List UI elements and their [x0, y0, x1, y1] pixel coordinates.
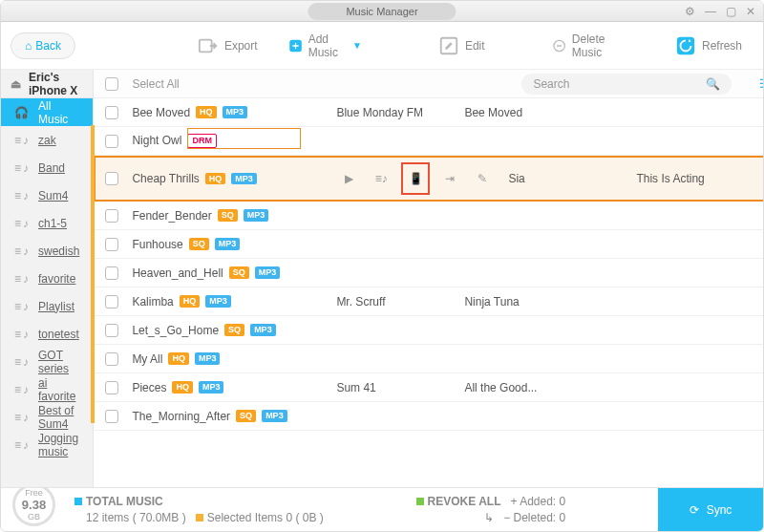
artist: Sia: [508, 172, 623, 185]
sync-button[interactable]: ⟳ Sync: [658, 488, 763, 532]
table-row[interactable]: The_Morning_After SQ MP302:32: [94, 402, 764, 431]
hq-badge: HQ: [168, 352, 189, 365]
sidebar-item-label: ai favorite: [38, 376, 79, 403]
sidebar-item-got-series[interactable]: ≡♪GOT series: [1, 348, 93, 375]
row-checkbox[interactable]: [105, 295, 118, 309]
scrollbar[interactable]: [91, 125, 95, 423]
table-row[interactable]: Pieces HQ MP3Sum 41All the Good...03:00: [94, 373, 764, 402]
row-actions: ▶≡♪📱⇥✎: [336, 162, 495, 195]
minimize-icon[interactable]: —: [705, 5, 716, 18]
song-title: Let_s_Go_Home: [132, 324, 219, 337]
list-view-icon[interactable]: ☰: [754, 75, 764, 93]
queue-icon[interactable]: ≡♪: [369, 166, 393, 191]
import-icon[interactable]: ⇥: [437, 166, 462, 191]
sidebar-item-playlist[interactable]: ≡♪Playlist: [1, 292, 93, 320]
mp3-badge: MP3: [223, 106, 248, 118]
sidebar-item-zak[interactable]: ≡♪zak: [1, 126, 93, 154]
sidebar-item-label: All Music: [38, 99, 79, 126]
refresh-button[interactable]: Refresh: [664, 30, 753, 62]
sidebar-item-best-of-sum4[interactable]: ≡♪Best of Sum4: [1, 403, 93, 431]
home-icon: ⌂: [25, 39, 32, 53]
row-checkbox[interactable]: [105, 135, 118, 148]
mp3-badge: MP3: [231, 173, 257, 185]
play-icon[interactable]: ▶: [336, 166, 361, 191]
table-row[interactable]: Cheap Thrills HQ MP3▶≡♪📱⇥✎SiaThis Is Act…: [94, 156, 764, 202]
song-title: Heaven_and_Hell: [132, 266, 223, 280]
table-row[interactable]: Night Owl DRM05:29: [94, 127, 764, 156]
mp3-badge: MP3: [195, 352, 221, 365]
table-row[interactable]: My All HQ MP305:21: [94, 345, 764, 373]
sidebar-item-label: ch1-5: [38, 217, 67, 230]
album: All the Good...: [464, 381, 579, 394]
row-checkbox[interactable]: [105, 172, 118, 185]
sidebar-item-label: GOT series: [38, 349, 79, 375]
search-icon: 🔍: [706, 77, 720, 91]
maximize-icon[interactable]: ▢: [726, 5, 736, 18]
sidebar-item-jogging-music[interactable]: ≡♪Jogging music: [1, 431, 93, 458]
song-title: Cheap Thrills: [132, 172, 199, 185]
mp3-badge: MP3: [244, 209, 269, 222]
to-device-icon[interactable]: 📱: [401, 162, 430, 195]
song-title: Night Owl: [132, 134, 181, 147]
sidebar-item-swedish[interactable]: ≡♪swedish: [1, 237, 93, 265]
table-row[interactable]: Fender_Bender SQ MP301:36: [94, 202, 764, 230]
edit-button[interactable]: Edit: [427, 30, 497, 62]
refresh-icon: [675, 35, 696, 56]
sidebar-item-ch1-5[interactable]: ≡♪ch1-5: [1, 209, 93, 237]
song-title: Bee Moved: [132, 106, 190, 119]
gear-icon[interactable]: ⚙: [685, 5, 695, 18]
row-checkbox[interactable]: [105, 209, 118, 223]
sidebar-item-sum4[interactable]: ≡♪Sum4: [1, 181, 93, 209]
row-checkbox[interactable]: [105, 352, 118, 366]
drm-badge: DRM: [187, 134, 217, 148]
sidebar-item-band[interactable]: ≡♪Band: [1, 154, 93, 181]
search-input[interactable]: Search 🔍: [521, 74, 732, 95]
table-row[interactable]: Heaven_and_Hell SQ MP304:25: [94, 259, 764, 287]
table-row[interactable]: Kalimba HQ MP3Mr. ScruffNinja Tuna05:48: [94, 287, 764, 316]
table-row[interactable]: Funhouse SQ MP301:56: [94, 230, 764, 259]
playlist-icon: ≡♪: [14, 328, 29, 341]
song-title: Pieces: [132, 381, 166, 394]
total-music: TOTAL MUSIC 12 items ( 70.0MB ) Selected…: [74, 495, 324, 524]
sq-badge: SQ: [236, 410, 256, 422]
hq-badge: HQ: [205, 173, 226, 185]
toolbar: ⌂ Back Export Add Music ▼ Edit Delete Mu…: [1, 22, 763, 70]
select-all-checkbox[interactable]: [105, 77, 118, 91]
row-checkbox[interactable]: [105, 106, 118, 119]
device-header[interactable]: ⏏ Eric's iPhone X: [1, 70, 93, 98]
row-checkbox[interactable]: [105, 410, 118, 423]
sidebar-item-label: Best of Sum4: [38, 404, 79, 431]
playlist-icon: ≡♪: [14, 245, 29, 258]
album: This Is Acting: [636, 172, 751, 185]
row-checkbox[interactable]: [105, 324, 118, 337]
sidebar-item-label: Jogging music: [38, 432, 79, 458]
list-header: Select All Search 🔍 ☰ 👤 ◉: [94, 70, 764, 98]
playlist-icon: ≡♪: [14, 355, 29, 369]
back-button[interactable]: ⌂ Back: [11, 32, 75, 59]
mp3-badge: MP3: [255, 266, 281, 279]
edit-row-icon[interactable]: ✎: [470, 166, 495, 191]
close-icon[interactable]: ✕: [746, 5, 755, 18]
sidebar-item-tonetest[interactable]: ≡♪tonetest: [1, 320, 93, 348]
row-checkbox[interactable]: [105, 266, 118, 280]
eject-icon[interactable]: ⏏: [11, 77, 21, 91]
table-row[interactable]: Bee Moved HQ MP3Blue Monday FMBee Moved0…: [94, 98, 764, 127]
delete-icon: [552, 35, 566, 56]
row-checkbox[interactable]: [105, 381, 118, 394]
sq-badge: SQ: [229, 266, 249, 279]
song-title: Fender_Bender: [132, 209, 211, 223]
export-button[interactable]: Export: [186, 30, 269, 62]
sidebar-item-ai-favorite[interactable]: ≡♪ai favorite: [1, 375, 93, 403]
sq-badge: SQ: [224, 324, 244, 336]
add-music-button[interactable]: Add Music ▼: [277, 27, 373, 65]
row-checkbox[interactable]: [105, 238, 118, 251]
sq-badge: SQ: [218, 209, 238, 222]
delete-music-button[interactable]: Delete Music: [541, 27, 629, 65]
chevron-down-icon[interactable]: ▼: [352, 40, 362, 51]
sidebar-item-favorite[interactable]: ≡♪favorite: [1, 265, 93, 292]
artist: Sum 41: [336, 381, 451, 394]
sidebar-item-all-music[interactable]: 🎧All Music: [1, 98, 93, 126]
song-title: Funhouse: [132, 238, 182, 251]
table-row[interactable]: Let_s_Go_Home SQ MP305:07: [94, 316, 764, 345]
export-icon: [198, 35, 219, 56]
